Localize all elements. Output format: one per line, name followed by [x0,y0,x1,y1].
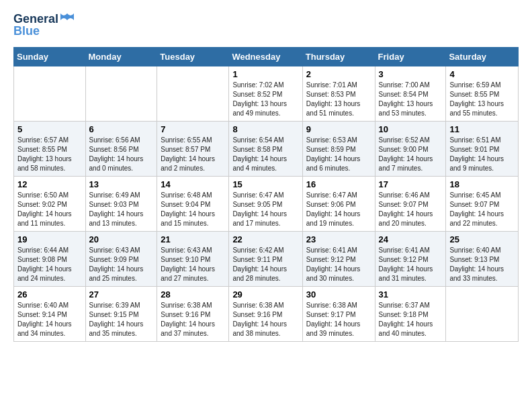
sunset-line: Sunset: 9:11 PM [232,255,298,265]
daylight-line: and 25 minutes. [89,274,154,283]
sunset-line: Sunset: 9:13 PM [449,255,515,265]
day-number: 17 [379,179,443,189]
weekday-thursday: Thursday [302,48,375,66]
daylight-line: Daylight: 14 hours [17,265,82,274]
calendar-cell: 28Sunrise: 6:38 AMSunset: 9:16 PMDayligh… [157,287,229,342]
sunrise-line: Sunrise: 6:50 AM [17,191,82,200]
sunset-line: Sunset: 9:09 PM [89,255,154,265]
calendar-cell: 26Sunrise: 6:40 AMSunset: 9:14 PMDayligh… [14,287,86,342]
daylight-line: and 28 minutes. [232,274,298,283]
sunrise-line: Sunrise: 6:47 AM [306,191,371,200]
sunset-line: Sunset: 8:55 PM [449,90,515,99]
header: GeneralBlue [13,11,519,39]
sunrise-line: Sunrise: 6:55 AM [161,136,225,145]
daylight-line: Daylight: 14 hours [306,210,371,219]
daylight-line: Daylight: 14 hours [232,154,298,164]
sunrise-line: Sunrise: 6:54 AM [232,136,298,145]
sunset-line: Sunset: 9:17 PM [306,310,371,320]
daylight-line: Daylight: 14 hours [449,265,515,274]
day-number: 19 [17,234,82,244]
weekday-friday: Friday [375,48,446,66]
calendar-cell: 7Sunrise: 6:55 AMSunset: 8:57 PMDaylight… [157,122,229,177]
day-info: Sunrise: 6:47 AMSunset: 9:05 PMDaylight:… [232,191,298,228]
daylight-line: Daylight: 14 hours [89,210,154,219]
daylight-line: and 6 minutes. [306,164,371,173]
daylight-line: Daylight: 14 hours [379,265,443,274]
weekday-header-row: SundayMondayTuesdayWednesdayThursdayFrid… [14,48,519,66]
sunset-line: Sunset: 9:08 PM [17,255,82,265]
day-info: Sunrise: 7:00 AMSunset: 8:54 PMDaylight:… [379,81,443,118]
sunrise-line: Sunrise: 6:39 AM [89,301,154,310]
daylight-line: and 33 minutes. [449,274,515,283]
day-number: 22 [232,234,298,244]
calendar-cell [85,66,157,122]
daylight-line: and 0 minutes. [89,164,154,173]
day-info: Sunrise: 6:47 AMSunset: 9:06 PMDaylight:… [306,191,371,228]
svg-text:General: General [13,12,58,26]
calendar-cell: 22Sunrise: 6:42 AMSunset: 9:11 PMDayligh… [229,232,302,287]
day-info: Sunrise: 6:37 AMSunset: 9:18 PMDaylight:… [379,301,443,338]
day-info: Sunrise: 6:41 AMSunset: 9:12 PMDaylight:… [306,246,371,283]
day-number: 5 [17,124,82,134]
daylight-line: and 9 minutes. [449,164,515,173]
sunrise-line: Sunrise: 6:38 AM [306,301,371,310]
daylight-line: Daylight: 13 hours [449,99,515,109]
sunset-line: Sunset: 8:58 PM [232,145,298,154]
daylight-line: and 4 minutes. [232,164,298,173]
day-info: Sunrise: 6:48 AMSunset: 9:04 PMDaylight:… [161,191,225,228]
day-number: 21 [161,234,225,244]
sunrise-line: Sunrise: 6:52 AM [379,136,443,145]
daylight-line: Daylight: 14 hours [379,154,443,164]
sunrise-line: Sunrise: 6:37 AM [379,301,443,310]
sunset-line: Sunset: 9:16 PM [161,310,225,320]
day-info: Sunrise: 6:57 AMSunset: 8:55 PMDaylight:… [17,136,82,173]
daylight-line: and 34 minutes. [17,329,82,338]
daylight-line: and 38 minutes. [232,329,298,338]
day-number: 27 [89,289,154,300]
day-info: Sunrise: 6:50 AMSunset: 9:02 PMDaylight:… [17,191,82,228]
calendar-cell: 3Sunrise: 7:00 AMSunset: 8:54 PMDaylight… [375,66,446,122]
sunset-line: Sunset: 9:10 PM [161,255,225,265]
day-info: Sunrise: 6:40 AMSunset: 9:14 PMDaylight:… [17,301,82,338]
sunrise-line: Sunrise: 7:01 AM [306,81,371,90]
calendar-cell: 25Sunrise: 6:40 AMSunset: 9:13 PMDayligh… [446,232,519,287]
daylight-line: Daylight: 14 hours [89,265,154,274]
calendar-cell: 29Sunrise: 6:38 AMSunset: 9:16 PMDayligh… [229,287,302,342]
daylight-line: Daylight: 13 hours [306,99,371,109]
weekday-monday: Monday [85,48,157,66]
calendar-cell: 1Sunrise: 7:02 AMSunset: 8:52 PMDaylight… [229,66,302,122]
sunset-line: Sunset: 9:12 PM [379,255,443,265]
sunrise-line: Sunrise: 6:41 AM [379,246,443,255]
sunset-line: Sunset: 9:18 PM [379,310,443,320]
sunset-line: Sunset: 9:06 PM [306,200,371,210]
daylight-line: Daylight: 13 hours [232,99,298,109]
sunrise-line: Sunrise: 7:02 AM [232,81,298,90]
calendar-cell: 9Sunrise: 6:53 AMSunset: 8:59 PMDaylight… [302,122,375,177]
daylight-line: and 17 minutes. [232,219,298,228]
calendar-cell: 20Sunrise: 6:43 AMSunset: 9:09 PMDayligh… [85,232,157,287]
weekday-sunday: Sunday [14,48,86,66]
calendar-cell: 30Sunrise: 6:38 AMSunset: 9:17 PMDayligh… [302,287,375,342]
day-number: 12 [17,179,82,189]
day-info: Sunrise: 6:38 AMSunset: 9:16 PMDaylight:… [232,301,298,338]
day-number: 2 [306,69,371,79]
day-number: 31 [379,289,443,300]
calendar-cell: 15Sunrise: 6:47 AMSunset: 9:05 PMDayligh… [229,177,302,232]
sunset-line: Sunset: 8:55 PM [17,145,82,154]
calendar-cell: 2Sunrise: 7:01 AMSunset: 8:53 PMDaylight… [302,66,375,122]
day-number: 13 [89,179,154,189]
daylight-line: and 22 minutes. [449,219,515,228]
calendar-cell [157,66,229,122]
day-info: Sunrise: 6:46 AMSunset: 9:07 PMDaylight:… [379,191,443,228]
sunset-line: Sunset: 9:07 PM [379,200,443,210]
calendar-cell: 19Sunrise: 6:44 AMSunset: 9:08 PMDayligh… [14,232,86,287]
sunset-line: Sunset: 9:03 PM [89,200,154,210]
day-number: 3 [379,69,443,79]
calendar-week-1: 1Sunrise: 7:02 AMSunset: 8:52 PMDaylight… [14,66,519,122]
sunset-line: Sunset: 8:56 PM [89,145,154,154]
sunrise-line: Sunrise: 7:00 AM [379,81,443,90]
daylight-line: Daylight: 14 hours [17,320,82,329]
calendar-week-2: 5Sunrise: 6:57 AMSunset: 8:55 PMDaylight… [14,122,519,177]
daylight-line: Daylight: 14 hours [161,320,225,329]
day-info: Sunrise: 6:54 AMSunset: 8:58 PMDaylight:… [232,136,298,173]
